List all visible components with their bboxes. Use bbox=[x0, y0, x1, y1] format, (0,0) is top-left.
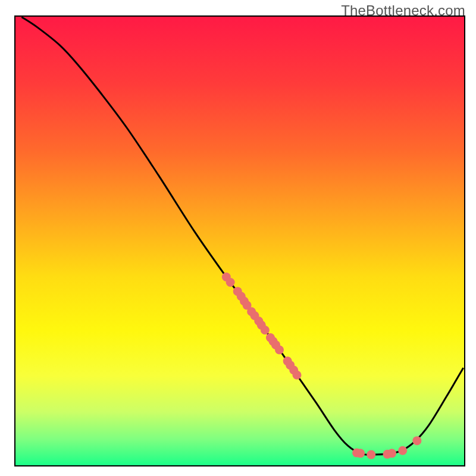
bottleneck-chart bbox=[0, 0, 476, 476]
scatter-point bbox=[367, 450, 375, 459]
scatter-point bbox=[398, 446, 407, 455]
scatter-point bbox=[356, 449, 365, 458]
scatter-point bbox=[226, 278, 235, 287]
scatter-point bbox=[275, 345, 284, 354]
scatter-point bbox=[387, 449, 396, 458]
scatter-point bbox=[261, 325, 270, 334]
scatter-point bbox=[293, 371, 302, 380]
watermark-text: TheBottleneck.com bbox=[341, 2, 465, 19]
scatter-point bbox=[412, 436, 421, 445]
chart-container: TheBottleneck.com bbox=[0, 0, 476, 476]
gradient-background bbox=[15, 16, 465, 466]
